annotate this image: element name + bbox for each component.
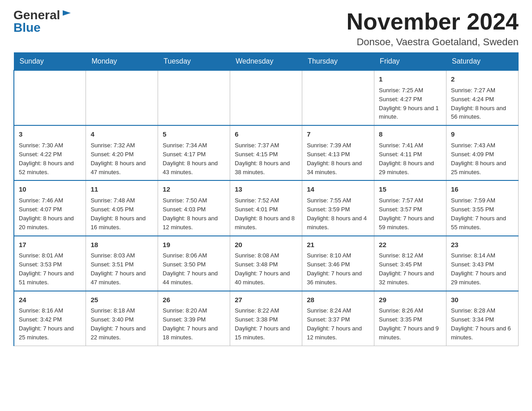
week-row-5: 24Sunrise: 8:16 AM Sunset: 3:42 PM Dayli… <box>14 291 519 346</box>
svg-marker-0 <box>63 10 71 16</box>
calendar-cell: 28Sunrise: 8:24 AM Sunset: 3:37 PM Dayli… <box>302 291 374 346</box>
day-number: 15 <box>379 184 442 194</box>
day-number: 24 <box>19 295 81 305</box>
calendar-cell: 15Sunrise: 7:57 AM Sunset: 3:57 PM Dayli… <box>374 180 446 235</box>
day-info: Sunrise: 7:39 AM Sunset: 4:13 PM Dayligh… <box>307 142 362 176</box>
day-number: 2 <box>451 74 514 84</box>
header-saturday: Saturday <box>446 53 519 71</box>
calendar-cell: 18Sunrise: 8:03 AM Sunset: 3:51 PM Dayli… <box>86 236 158 291</box>
day-info: Sunrise: 8:24 AM Sunset: 3:37 PM Dayligh… <box>307 307 362 341</box>
day-number: 27 <box>235 295 297 305</box>
day-number: 10 <box>19 184 81 194</box>
day-info: Sunrise: 7:48 AM Sunset: 4:05 PM Dayligh… <box>90 197 146 231</box>
day-info: Sunrise: 8:16 AM Sunset: 3:42 PM Dayligh… <box>19 307 74 341</box>
location-subtitle: Donsoe, Vaestra Goetaland, Sweden <box>347 36 519 48</box>
days-header-row: Sunday Monday Tuesday Wednesday Thursday… <box>14 53 519 71</box>
day-number: 17 <box>19 240 81 250</box>
day-info: Sunrise: 7:34 AM Sunset: 4:17 PM Dayligh… <box>163 142 218 176</box>
calendar-cell <box>86 70 158 125</box>
calendar-cell <box>302 70 374 125</box>
day-info: Sunrise: 7:57 AM Sunset: 3:57 PM Dayligh… <box>379 197 434 231</box>
day-info: Sunrise: 7:37 AM Sunset: 4:15 PM Dayligh… <box>235 142 290 176</box>
calendar-cell: 13Sunrise: 7:52 AM Sunset: 4:01 PM Dayli… <box>230 180 302 235</box>
calendar-cell: 23Sunrise: 8:14 AM Sunset: 3:43 PM Dayli… <box>446 236 519 291</box>
day-number: 28 <box>307 295 369 305</box>
day-number: 29 <box>379 295 442 305</box>
day-info: Sunrise: 7:25 AM Sunset: 4:27 PM Dayligh… <box>379 87 439 120</box>
day-info: Sunrise: 8:14 AM Sunset: 3:43 PM Dayligh… <box>451 252 506 286</box>
calendar-cell: 16Sunrise: 7:59 AM Sunset: 3:55 PM Dayli… <box>446 180 519 235</box>
calendar-cell: 11Sunrise: 7:48 AM Sunset: 4:05 PM Dayli… <box>86 180 158 235</box>
calendar-cell: 29Sunrise: 8:26 AM Sunset: 3:35 PM Dayli… <box>374 291 446 346</box>
day-number: 9 <box>451 129 514 139</box>
calendar-cell: 7Sunrise: 7:39 AM Sunset: 4:13 PM Daylig… <box>302 125 374 180</box>
day-number: 22 <box>379 240 442 250</box>
day-info: Sunrise: 7:50 AM Sunset: 4:03 PM Dayligh… <box>163 197 218 231</box>
page-header: General Blue November 2024 Donsoe, Vaest… <box>13 9 519 48</box>
day-number: 20 <box>235 240 297 250</box>
week-row-4: 17Sunrise: 8:01 AM Sunset: 3:53 PM Dayli… <box>14 236 519 291</box>
day-info: Sunrise: 7:59 AM Sunset: 3:55 PM Dayligh… <box>451 197 506 231</box>
title-area: November 2024 Donsoe, Vaestra Goetaland,… <box>347 9 519 48</box>
day-number: 3 <box>19 129 81 139</box>
calendar-cell: 27Sunrise: 8:22 AM Sunset: 3:38 PM Dayli… <box>230 291 302 346</box>
header-friday: Friday <box>374 53 446 71</box>
calendar-cell: 22Sunrise: 8:12 AM Sunset: 3:45 PM Dayli… <box>374 236 446 291</box>
calendar-cell: 26Sunrise: 8:20 AM Sunset: 3:39 PM Dayli… <box>158 291 230 346</box>
day-info: Sunrise: 7:43 AM Sunset: 4:09 PM Dayligh… <box>451 142 506 176</box>
day-number: 6 <box>235 129 297 139</box>
calendar-cell: 4Sunrise: 7:32 AM Sunset: 4:20 PM Daylig… <box>86 125 158 180</box>
month-title: November 2024 <box>347 9 519 34</box>
day-info: Sunrise: 8:10 AM Sunset: 3:46 PM Dayligh… <box>307 252 362 286</box>
day-info: Sunrise: 8:06 AM Sunset: 3:50 PM Dayligh… <box>163 252 218 286</box>
header-sunday: Sunday <box>14 53 86 71</box>
calendar-cell: 14Sunrise: 7:55 AM Sunset: 3:59 PM Dayli… <box>302 180 374 235</box>
calendar-cell <box>158 70 230 125</box>
header-wednesday: Wednesday <box>230 53 302 71</box>
calendar-cell: 30Sunrise: 8:28 AM Sunset: 3:34 PM Dayli… <box>446 291 519 346</box>
week-row-1: 1Sunrise: 7:25 AM Sunset: 4:27 PM Daylig… <box>14 70 519 125</box>
day-info: Sunrise: 8:12 AM Sunset: 3:45 PM Dayligh… <box>379 252 434 286</box>
calendar-cell: 6Sunrise: 7:37 AM Sunset: 4:15 PM Daylig… <box>230 125 302 180</box>
calendar-cell: 5Sunrise: 7:34 AM Sunset: 4:17 PM Daylig… <box>158 125 230 180</box>
day-info: Sunrise: 8:03 AM Sunset: 3:51 PM Dayligh… <box>90 252 146 286</box>
calendar-cell: 10Sunrise: 7:46 AM Sunset: 4:07 PM Dayli… <box>14 180 86 235</box>
header-tuesday: Tuesday <box>158 53 230 71</box>
calendar-cell: 1Sunrise: 7:25 AM Sunset: 4:27 PM Daylig… <box>374 70 446 125</box>
day-info: Sunrise: 7:55 AM Sunset: 3:59 PM Dayligh… <box>307 197 367 231</box>
header-monday: Monday <box>86 53 158 71</box>
calendar-cell: 8Sunrise: 7:41 AM Sunset: 4:11 PM Daylig… <box>374 125 446 180</box>
calendar-cell: 21Sunrise: 8:10 AM Sunset: 3:46 PM Dayli… <box>302 236 374 291</box>
calendar-cell: 19Sunrise: 8:06 AM Sunset: 3:50 PM Dayli… <box>158 236 230 291</box>
day-info: Sunrise: 8:08 AM Sunset: 3:48 PM Dayligh… <box>235 252 290 286</box>
calendar-cell: 17Sunrise: 8:01 AM Sunset: 3:53 PM Dayli… <box>14 236 86 291</box>
day-number: 5 <box>163 129 225 139</box>
day-info: Sunrise: 8:28 AM Sunset: 3:34 PM Dayligh… <box>451 307 511 341</box>
day-info: Sunrise: 8:26 AM Sunset: 3:35 PM Dayligh… <box>379 307 439 341</box>
day-number: 8 <box>379 129 442 139</box>
calendar-cell <box>14 70 86 125</box>
day-number: 14 <box>307 184 369 194</box>
calendar-table: Sunday Monday Tuesday Wednesday Thursday… <box>13 52 519 346</box>
logo-general-text: General <box>13 9 60 21</box>
day-number: 26 <box>163 295 225 305</box>
day-number: 4 <box>90 129 153 139</box>
calendar-cell: 24Sunrise: 8:16 AM Sunset: 3:42 PM Dayli… <box>14 291 86 346</box>
week-row-2: 3Sunrise: 7:30 AM Sunset: 4:22 PM Daylig… <box>14 125 519 180</box>
calendar-cell: 2Sunrise: 7:27 AM Sunset: 4:24 PM Daylig… <box>446 70 519 125</box>
logo-flag-icon <box>62 9 72 19</box>
week-row-3: 10Sunrise: 7:46 AM Sunset: 4:07 PM Dayli… <box>14 180 519 235</box>
day-number: 11 <box>90 184 153 194</box>
calendar-cell <box>230 70 302 125</box>
day-info: Sunrise: 7:27 AM Sunset: 4:24 PM Dayligh… <box>451 87 506 120</box>
day-info: Sunrise: 7:52 AM Sunset: 4:01 PM Dayligh… <box>235 197 295 231</box>
day-number: 25 <box>90 295 153 305</box>
day-number: 30 <box>451 295 514 305</box>
calendar-cell: 12Sunrise: 7:50 AM Sunset: 4:03 PM Dayli… <box>158 180 230 235</box>
calendar-cell: 25Sunrise: 8:18 AM Sunset: 3:40 PM Dayli… <box>86 291 158 346</box>
day-number: 16 <box>451 184 514 194</box>
day-number: 7 <box>307 129 369 139</box>
day-info: Sunrise: 7:41 AM Sunset: 4:11 PM Dayligh… <box>379 142 434 176</box>
day-info: Sunrise: 7:32 AM Sunset: 4:20 PM Dayligh… <box>90 142 146 176</box>
day-info: Sunrise: 7:46 AM Sunset: 4:07 PM Dayligh… <box>19 197 74 231</box>
